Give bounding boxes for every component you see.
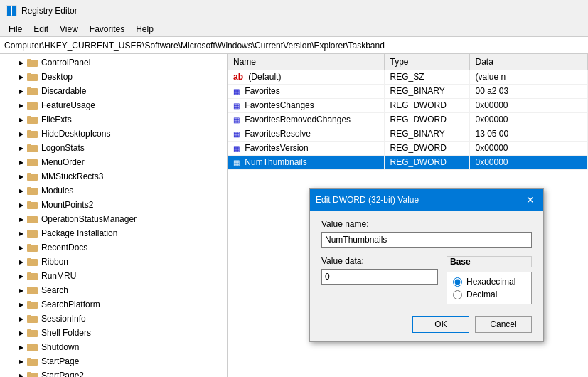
row-type: REG_DWORD bbox=[384, 112, 469, 127]
ok-button[interactable]: OK bbox=[412, 316, 469, 333]
tree-item-logonstats[interactable]: ▶ LogonStats bbox=[0, 141, 227, 155]
svg-rect-32 bbox=[27, 244, 31, 246]
tree-item-shutdown[interactable]: ▶ Shutdown bbox=[0, 340, 227, 354]
tree-label: HideDesktopIcons bbox=[41, 129, 110, 139]
tree-item-operationstatusmanager[interactable]: ▶ OperationStatusManager bbox=[0, 212, 227, 226]
cancel-button[interactable]: Cancel bbox=[475, 316, 532, 333]
radio-hexadecimal[interactable]: Hexadecimal bbox=[453, 277, 525, 287]
table-row[interactable]: ▦ FavoritesVersion REG_DWORD 0x00000 bbox=[228, 141, 588, 155]
dialog-body: Value name: Value data: Base Hexadecimal… bbox=[310, 211, 543, 341]
tree-arrow: ▶ bbox=[17, 144, 26, 152]
folder-icon bbox=[27, 299, 38, 309]
menu-file[interactable]: File bbox=[3, 23, 28, 36]
tree-label: MMStuckRects3 bbox=[41, 171, 103, 181]
svg-rect-14 bbox=[27, 116, 31, 118]
menu-help[interactable]: Help bbox=[130, 23, 159, 36]
folder-icon bbox=[27, 115, 38, 124]
dialog-close-button[interactable]: ✕ bbox=[523, 193, 538, 207]
tree-item-sessioninfo[interactable]: ▶ SessionInfo bbox=[0, 312, 227, 326]
tree-item-runmru[interactable]: ▶ RunMRU bbox=[0, 269, 227, 283]
hexadecimal-radio[interactable] bbox=[453, 277, 462, 287]
svg-rect-36 bbox=[27, 272, 31, 275]
tree-arrow: ▶ bbox=[17, 357, 26, 366]
tree-item-searchplatform[interactable]: ▶ SearchPlatform bbox=[0, 297, 227, 312]
tree-label: Modules bbox=[41, 186, 73, 196]
tree-arrow: ▶ bbox=[17, 257, 26, 266]
folder-icon bbox=[27, 356, 38, 366]
svg-rect-24 bbox=[27, 187, 31, 189]
svg-rect-40 bbox=[27, 301, 31, 303]
dword-icon: ▦ bbox=[233, 102, 240, 110]
tree-arrow: ▶ bbox=[17, 172, 26, 181]
tree-item-package-installation[interactable]: ▶ Package Installation bbox=[0, 226, 227, 240]
tree-arrow: ▶ bbox=[17, 343, 26, 351]
table-row[interactable]: ab (Default) REG_SZ (value n bbox=[228, 70, 588, 84]
tree-item-controlpanel[interactable]: ▶ ControlPanel bbox=[0, 55, 227, 70]
tree-item-desktop[interactable]: ▶ Desktop bbox=[0, 70, 227, 84]
row-type: REG_DWORD bbox=[384, 98, 469, 112]
title-bar: Registry Editor bbox=[0, 0, 588, 21]
tree-item-startpage2[interactable]: ▶ StartPage2 bbox=[0, 368, 227, 377]
tree-item-recentdocs[interactable]: ▶ RecentDocs bbox=[0, 240, 227, 255]
svg-rect-4 bbox=[12, 11, 16, 16]
tree-item-shell-folders[interactable]: ▶ Shell Folders bbox=[0, 326, 227, 340]
row-data: 0x00000 bbox=[469, 98, 588, 112]
tree-item-search[interactable]: ▶ Search bbox=[0, 283, 227, 297]
svg-rect-20 bbox=[27, 159, 31, 161]
tree-label: MenuOrder bbox=[41, 157, 85, 167]
dword-icon: ▦ bbox=[233, 116, 240, 124]
tree-item-mmstuckrects3[interactable]: ▶ MMStuckRects3 bbox=[0, 169, 227, 184]
tree-item-modules[interactable]: ▶ Modules bbox=[0, 184, 227, 198]
decimal-radio[interactable] bbox=[453, 290, 462, 299]
tree-arrow: ▶ bbox=[17, 300, 26, 309]
svg-rect-28 bbox=[27, 216, 31, 218]
tree-item-mountpoints2[interactable]: ▶ MountPoints2 bbox=[0, 198, 227, 212]
tree-label: MountPoints2 bbox=[41, 200, 93, 210]
folder-icon bbox=[27, 371, 38, 377]
tree-arrow: ▶ bbox=[17, 229, 26, 238]
table-row[interactable]: ▦ NumThumbnails REG_DWORD 0x00000 bbox=[228, 155, 588, 169]
table-row[interactable]: ▦ FavoritesChanges REG_DWORD 0x00000 bbox=[228, 98, 588, 112]
folder-icon bbox=[27, 243, 38, 253]
folder-icon bbox=[27, 200, 38, 210]
tree-item-ribbon[interactable]: ▶ Ribbon bbox=[0, 255, 227, 269]
tree-label: FileExts bbox=[41, 115, 72, 124]
binary-icon: ▦ bbox=[233, 130, 240, 138]
tree-item-fileexts[interactable]: ▶ FileExts bbox=[0, 112, 227, 127]
tree-item-discardable[interactable]: ▶ Discardable bbox=[0, 84, 227, 98]
tree-item-startpage[interactable]: ▶ StartPage bbox=[0, 354, 227, 368]
tree-item-featureusage[interactable]: ▶ FeatureUsage bbox=[0, 98, 227, 112]
radio-decimal[interactable]: Decimal bbox=[453, 290, 525, 299]
table-row[interactable]: ▦ FavoritesRemovedChanges REG_DWORD 0x00… bbox=[228, 112, 588, 127]
tree-item-hidedesktopicons[interactable]: ▶ HideDesktopIcons bbox=[0, 127, 227, 141]
menu-favorites[interactable]: Favorites bbox=[84, 23, 130, 36]
col-type: Type bbox=[384, 54, 469, 70]
row-name: ▦ FavoritesVersion bbox=[228, 141, 384, 155]
row-data: 0x00000 bbox=[469, 155, 588, 169]
tree-arrow: ▶ bbox=[17, 186, 26, 195]
value-data-input[interactable] bbox=[321, 269, 438, 285]
tree-panel[interactable]: ▶ ControlPanel ▶ Desktop ▶ Discardable ▶ bbox=[0, 54, 228, 377]
svg-rect-12 bbox=[27, 102, 31, 104]
folder-icon bbox=[27, 171, 38, 181]
tree-arrow: ▶ bbox=[17, 329, 26, 337]
base-label: Base bbox=[447, 256, 532, 267]
tree-arrow: ▶ bbox=[17, 129, 26, 138]
folder-icon bbox=[27, 72, 38, 82]
dialog-buttons: OK Cancel bbox=[321, 316, 532, 333]
svg-rect-8 bbox=[27, 73, 31, 75]
svg-rect-2 bbox=[12, 6, 16, 11]
table-row[interactable]: ▦ Favorites REG_BINARY 00 a2 03 bbox=[228, 84, 588, 98]
folder-icon bbox=[27, 228, 38, 238]
table-row[interactable]: ▦ FavoritesResolve REG_BINARY 13 05 00 bbox=[228, 127, 588, 141]
tree-item-menuorder[interactable]: ▶ MenuOrder bbox=[0, 155, 227, 169]
folder-icon bbox=[27, 214, 38, 224]
svg-rect-1 bbox=[7, 6, 11, 11]
tree-arrow: ▶ bbox=[17, 73, 26, 81]
tree-label: SearchPlatform bbox=[41, 299, 100, 309]
folder-icon bbox=[27, 186, 38, 196]
menu-edit[interactable]: Edit bbox=[28, 23, 54, 36]
menu-view[interactable]: View bbox=[54, 23, 84, 36]
tree-label: StartPage bbox=[41, 356, 79, 366]
value-name-input[interactable] bbox=[321, 232, 532, 248]
